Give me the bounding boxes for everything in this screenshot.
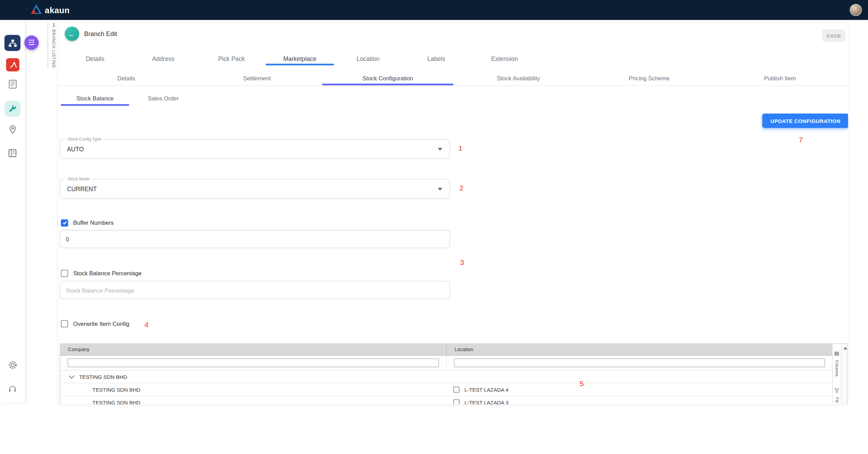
stock-balance-percentage-row: Stock Balance Percentage: [61, 269, 142, 277]
location-filter-cell: [447, 356, 832, 370]
annotation-marker: 3: [460, 258, 464, 266]
tab-details[interactable]: Details: [61, 52, 129, 65]
tab-mp-details[interactable]: Details: [61, 70, 192, 85]
location-checkbox[interactable]: [453, 386, 460, 393]
location-label: L-TEST LAZADA 3: [464, 399, 508, 404]
tertiary-tabs: Stock Balance Sales Order: [61, 90, 197, 106]
checkmark-icon: [62, 220, 67, 225]
tab-pick-pack[interactable]: Pick Pack: [197, 52, 265, 65]
pdf-icon: [6, 58, 19, 71]
page-title: Branch Edit: [84, 30, 117, 37]
overwrite-item-config-row: Overwrite Item Config: [61, 320, 129, 327]
buffer-numbers-checkbox[interactable]: [61, 219, 68, 226]
stock-balance-percentage-label: Stock Balance Percentage: [73, 270, 142, 276]
branch-listing-tab[interactable]: 1 BRANCH LISTING: [48, 22, 58, 69]
invoice-icon: [8, 149, 17, 160]
company-cell: TESTING SDN BHD: [60, 386, 446, 393]
annotation-marker: 1: [458, 144, 462, 152]
stock-config-type-select[interactable]: Stock Config Type AUTO: [60, 139, 450, 159]
secondary-tabs: Details Settlement Stock Configuration S…: [58, 70, 848, 86]
update-configuration-button[interactable]: UPDATE CONFIGURATION: [762, 114, 848, 128]
tab-location[interactable]: Location: [334, 52, 402, 65]
tab-stock-availability[interactable]: Stock Availability: [453, 70, 584, 85]
back-arrow-icon: ←: [69, 30, 76, 38]
columns-icon[interactable]: [834, 348, 839, 358]
location-filter-input[interactable]: [454, 358, 825, 367]
filters-tool-label[interactable]: Filt: [834, 397, 839, 402]
columns-tool-label[interactable]: Columns: [834, 360, 839, 376]
company-cell: TESTING SDN BHD: [60, 399, 446, 404]
branch-edit-card: ← Branch Edit SAVE Details Address Pick …: [58, 23, 848, 404]
company-location-table: Company Location TESTING SDN BHD TE: [60, 344, 848, 404]
sidebar-expand-fab[interactable]: [24, 35, 39, 50]
location-label: L-TEST LAZADA 4: [464, 386, 508, 393]
company-filter-input[interactable]: [67, 358, 439, 367]
ledger-icon: [8, 79, 18, 91]
sidebar-item-pdf[interactable]: [0, 58, 25, 71]
location-checkbox[interactable]: [453, 399, 460, 404]
tab-stock-configuration[interactable]: Stock Configuration: [322, 70, 453, 85]
stock-balance-percentage-input[interactable]: [60, 281, 450, 299]
sidebar: [0, 20, 25, 403]
group-label: TESTING SDN BHD: [79, 374, 127, 380]
buffer-numbers-input[interactable]: [60, 230, 450, 248]
sidebar-item-settings[interactable]: [0, 360, 25, 372]
sidebar-item-ledger[interactable]: [0, 79, 25, 91]
annotation-marker: 5: [580, 380, 584, 388]
tab-address[interactable]: Address: [129, 52, 197, 65]
tab-sales-order[interactable]: Sales Order: [129, 90, 197, 106]
org-chart-icon: [4, 35, 20, 51]
chevron-down-icon[interactable]: [69, 373, 74, 379]
sidebar-item-organization[interactable]: [0, 35, 25, 51]
tab-extension[interactable]: Extension: [470, 52, 539, 65]
table-row: TESTING SDN BHD L-TEST LAZADA 4: [60, 383, 832, 396]
annotation-marker: 7: [799, 136, 803, 144]
annotation-marker: 4: [144, 321, 148, 329]
sidebar-item-support[interactable]: [0, 384, 25, 395]
save-button[interactable]: SAVE: [822, 29, 845, 42]
sidebar-item-invoice[interactable]: [0, 149, 25, 160]
buffer-numbers-row: Buffer Numbers: [61, 219, 114, 226]
company-filter-cell: [60, 356, 446, 370]
sidebar-item-tools-active[interactable]: [0, 101, 25, 117]
tab-marketplace[interactable]: Marketplace: [266, 52, 334, 65]
table-main: Company Location TESTING SDN BHD TE: [60, 344, 832, 404]
user-avatar[interactable]: [850, 4, 862, 16]
brand: akaun: [31, 0, 70, 20]
filter-funnel-icon[interactable]: [834, 385, 839, 395]
brand-name: akaun: [45, 5, 70, 15]
scroll-up-icon[interactable]: [843, 347, 848, 349]
column-header-company: Company: [60, 344, 446, 355]
dropdown-caret-icon: [438, 188, 442, 190]
table-side-toolbar: Columns Filt: [832, 344, 841, 404]
table-row: TESTING SDN BHD L-TEST LAZADA 3: [60, 396, 832, 404]
listing-count: 1: [52, 22, 55, 28]
buffer-numbers-label: Buffer Numbers: [73, 219, 114, 226]
tab-stock-balance[interactable]: Stock Balance: [61, 90, 129, 106]
table-group-row[interactable]: TESTING SDN BHD: [60, 371, 832, 383]
listing-label: BRANCH LISTING: [51, 29, 56, 68]
table-scrollbar[interactable]: [841, 344, 848, 404]
overwrite-item-config-label: Overwrite Item Config: [73, 320, 129, 327]
overwrite-item-config-checkbox[interactable]: [61, 320, 68, 327]
tab-settlement[interactable]: Settlement: [192, 70, 323, 85]
tab-pricing-scheme[interactable]: Pricing Scheme: [584, 70, 715, 85]
stock-balance-percentage-checkbox[interactable]: [61, 269, 68, 277]
tab-labels[interactable]: Labels: [402, 52, 470, 65]
gear-icon: [8, 360, 18, 372]
sidebar-item-location[interactable]: [0, 125, 25, 137]
menu-fab-icon: [28, 38, 35, 48]
location-cell: L-TEST LAZADA 4: [447, 386, 832, 393]
annotation-marker: 2: [460, 184, 464, 192]
column-header-location: Location: [447, 344, 832, 355]
primary-tabs: Details Address Pick Pack Marketplace Lo…: [61, 52, 539, 65]
headset-icon: [8, 384, 17, 395]
location-pin-icon: [8, 125, 17, 137]
tab-publish-item[interactable]: Publish Item: [715, 70, 846, 85]
stock-mode-select[interactable]: Stock Mode CURRENT: [60, 179, 450, 199]
topbar: akaun: [0, 0, 868, 20]
location-cell: L-TEST LAZADA 3: [447, 399, 832, 404]
back-button[interactable]: ←: [65, 27, 79, 41]
wrench-icon: [4, 101, 20, 117]
brand-logo-icon: [31, 4, 42, 16]
